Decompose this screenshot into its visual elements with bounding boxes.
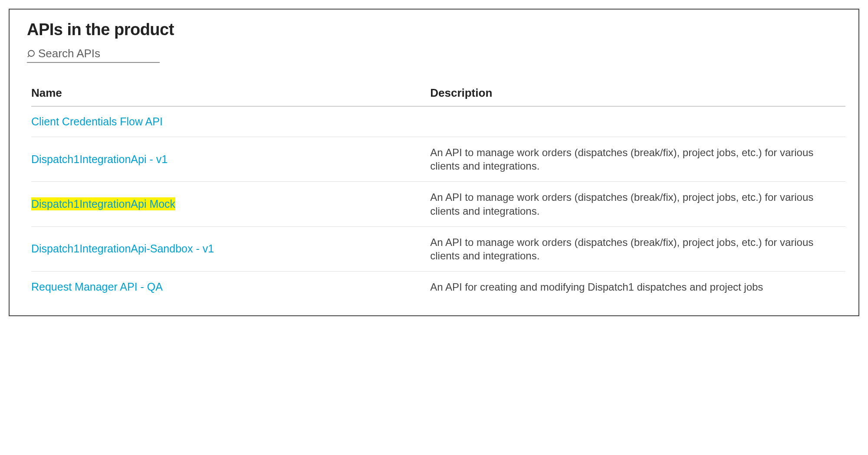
api-link[interactable]: Dispatch1IntegrationApi-Sandbox - v1	[31, 242, 214, 255]
api-description-cell: An API to manage work orders (dispatches…	[430, 226, 845, 271]
api-name-cell: Dispatch1IntegrationApi-Sandbox - v1	[31, 226, 430, 271]
table-row: Client Credentials Flow API	[31, 106, 845, 137]
table-row: Request Manager API - QAAn API for creat…	[31, 272, 845, 303]
api-description-cell: An API to manage work orders (dispatches…	[430, 182, 845, 226]
table-row: Dispatch1IntegrationApi MockAn API to ma…	[31, 182, 845, 226]
api-description-cell: An API for creating and modifying Dispat…	[430, 272, 845, 303]
api-name-cell: Request Manager API - QA	[31, 272, 430, 303]
api-name-cell: Dispatch1IntegrationApi - v1	[31, 137, 430, 182]
apis-panel: APIs in the product Name Description Cli…	[9, 9, 859, 316]
apis-table: Name Description Client Credentials Flow…	[31, 80, 845, 302]
svg-point-0	[28, 50, 34, 56]
panel-title: APIs in the product	[27, 20, 841, 39]
api-link[interactable]: Dispatch1IntegrationApi - v1	[31, 153, 168, 165]
api-link[interactable]: Dispatch1IntegrationApi Mock	[31, 197, 175, 210]
api-name-cell: Dispatch1IntegrationApi Mock	[31, 182, 430, 226]
search-input[interactable]	[38, 47, 160, 60]
search-container	[27, 47, 160, 63]
api-link[interactable]: Client Credentials Flow API	[31, 115, 163, 128]
column-header-description: Description	[430, 80, 845, 106]
table-row: Dispatch1IntegrationApi-Sandbox - v1An A…	[31, 226, 845, 271]
apis-table-body: Client Credentials Flow APIDispatch1Inte…	[31, 106, 845, 302]
table-row: Dispatch1IntegrationApi - v1An API to ma…	[31, 137, 845, 182]
api-description-cell	[430, 106, 845, 137]
svg-line-1	[28, 56, 29, 57]
api-name-cell: Client Credentials Flow API	[31, 106, 430, 137]
column-header-name: Name	[31, 80, 430, 106]
search-icon	[27, 49, 36, 59]
api-description-cell: An API to manage work orders (dispatches…	[430, 137, 845, 182]
api-link[interactable]: Request Manager API - QA	[31, 281, 163, 293]
